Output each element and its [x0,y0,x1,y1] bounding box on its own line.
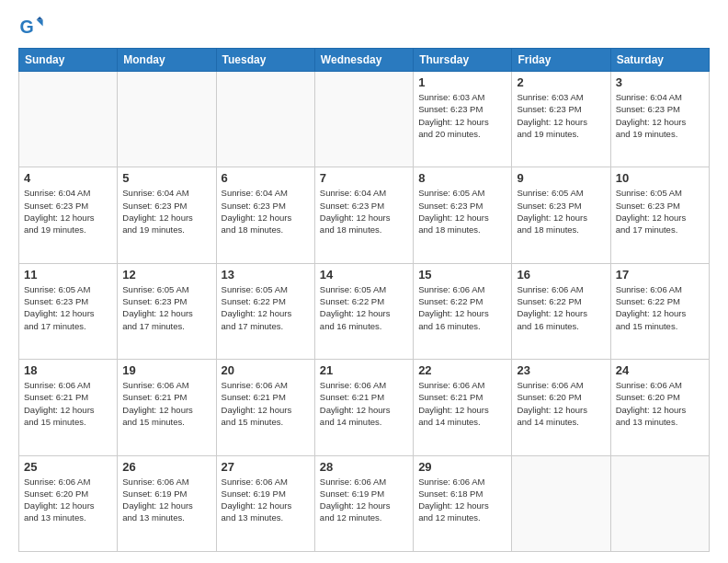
weekday-header-saturday: Saturday [610,49,709,72]
day-number: 29 [418,460,506,474]
calendar-day-25: 25Sunrise: 6:06 AM Sunset: 6:20 PM Dayli… [19,455,118,551]
day-number: 11 [24,268,112,282]
day-number: 27 [222,460,310,474]
day-info: Sunrise: 6:06 AM Sunset: 6:20 PM Dayligh… [24,476,112,524]
day-info: Sunrise: 6:06 AM Sunset: 6:22 PM Dayligh… [517,283,605,332]
day-info: Sunrise: 6:06 AM Sunset: 6:20 PM Dayligh… [517,379,605,428]
day-number: 17 [616,268,704,282]
calendar-day-7: 7Sunrise: 6:04 AM Sunset: 6:23 PM Daylig… [314,167,413,263]
weekday-header-wednesday: Wednesday [314,49,413,72]
day-number: 20 [222,363,310,377]
day-info: Sunrise: 6:05 AM Sunset: 6:23 PM Dayligh… [122,283,210,332]
day-info: Sunrise: 6:05 AM Sunset: 6:23 PM Dayligh… [418,187,506,236]
calendar-day-27: 27Sunrise: 6:06 AM Sunset: 6:19 PM Dayli… [216,455,314,551]
calendar-day-4: 4Sunrise: 6:04 AM Sunset: 6:23 PM Daylig… [19,167,118,263]
svg-marker-2 [37,17,43,20]
header: G [18,15,710,40]
calendar-day-11: 11Sunrise: 6:05 AM Sunset: 6:23 PM Dayli… [19,263,118,359]
calendar-day-21: 21Sunrise: 6:06 AM Sunset: 6:21 PM Dayli… [314,360,413,455]
calendar-day-14: 14Sunrise: 6:05 AM Sunset: 6:22 PM Dayli… [314,263,413,359]
calendar-day-23: 23Sunrise: 6:06 AM Sunset: 6:20 PM Dayli… [512,360,610,455]
calendar-week-3: 11Sunrise: 6:05 AM Sunset: 6:23 PM Dayli… [19,263,710,359]
day-info: Sunrise: 6:04 AM Sunset: 6:23 PM Dayligh… [24,187,112,236]
day-info: Sunrise: 6:06 AM Sunset: 6:19 PM Dayligh… [320,476,408,524]
day-info: Sunrise: 6:06 AM Sunset: 6:21 PM Dayligh… [418,379,506,428]
day-info: Sunrise: 6:06 AM Sunset: 6:20 PM Dayligh… [616,379,704,428]
calendar-day-15: 15Sunrise: 6:06 AM Sunset: 6:22 PM Dayli… [414,263,512,359]
calendar-day-9: 9Sunrise: 6:05 AM Sunset: 6:23 PM Daylig… [512,167,610,263]
calendar-empty [512,455,610,551]
day-number: 19 [122,363,210,377]
day-info: Sunrise: 6:03 AM Sunset: 6:23 PM Dayligh… [517,91,605,140]
day-info: Sunrise: 6:05 AM Sunset: 6:23 PM Dayligh… [616,187,704,236]
day-info: Sunrise: 6:06 AM Sunset: 6:21 PM Dayligh… [222,379,310,428]
calendar-day-12: 12Sunrise: 6:05 AM Sunset: 6:23 PM Dayli… [118,263,216,359]
day-number: 22 [418,363,506,377]
day-info: Sunrise: 6:06 AM Sunset: 6:19 PM Dayligh… [222,476,310,524]
calendar-table: SundayMondayTuesdayWednesdayThursdayFrid… [18,48,710,552]
calendar-day-2: 2Sunrise: 6:03 AM Sunset: 6:23 PM Daylig… [512,72,610,167]
day-number: 1 [418,75,506,89]
day-info: Sunrise: 6:04 AM Sunset: 6:23 PM Dayligh… [222,187,310,236]
day-number: 26 [122,460,210,474]
calendar-day-20: 20Sunrise: 6:06 AM Sunset: 6:21 PM Dayli… [216,360,314,455]
day-number: 21 [320,363,408,377]
day-number: 16 [517,268,605,282]
day-number: 10 [616,171,704,185]
calendar-day-19: 19Sunrise: 6:06 AM Sunset: 6:21 PM Dayli… [118,360,216,455]
day-info: Sunrise: 6:05 AM Sunset: 6:23 PM Dayligh… [517,187,605,236]
day-number: 24 [616,363,704,377]
calendar-day-6: 6Sunrise: 6:04 AM Sunset: 6:23 PM Daylig… [216,167,314,263]
weekday-header-row: SundayMondayTuesdayWednesdayThursdayFrid… [19,49,710,72]
day-info: Sunrise: 6:06 AM Sunset: 6:21 PM Dayligh… [122,379,210,428]
day-info: Sunrise: 6:05 AM Sunset: 6:22 PM Dayligh… [320,283,408,332]
calendar-empty [216,72,314,167]
day-number: 4 [24,171,112,185]
day-info: Sunrise: 6:06 AM Sunset: 6:22 PM Dayligh… [418,283,506,332]
calendar-day-10: 10Sunrise: 6:05 AM Sunset: 6:23 PM Dayli… [610,167,709,263]
calendar-day-26: 26Sunrise: 6:06 AM Sunset: 6:19 PM Dayli… [118,455,216,551]
day-number: 28 [320,460,408,474]
calendar-empty [314,72,413,167]
day-number: 5 [122,171,210,185]
day-info: Sunrise: 6:04 AM Sunset: 6:23 PM Dayligh… [122,187,210,236]
day-number: 6 [222,171,310,185]
day-info: Sunrise: 6:06 AM Sunset: 6:21 PM Dayligh… [24,379,112,428]
weekday-header-thursday: Thursday [414,49,512,72]
day-number: 18 [24,363,112,377]
day-info: Sunrise: 6:04 AM Sunset: 6:23 PM Dayligh… [616,91,704,140]
day-number: 2 [517,75,605,89]
weekday-header-tuesday: Tuesday [216,49,314,72]
weekday-header-sunday: Sunday [19,49,118,72]
day-info: Sunrise: 6:05 AM Sunset: 6:23 PM Dayligh… [24,283,112,332]
calendar-week-5: 25Sunrise: 6:06 AM Sunset: 6:20 PM Dayli… [19,455,710,551]
day-number: 14 [320,268,408,282]
calendar-week-1: 1Sunrise: 6:03 AM Sunset: 6:23 PM Daylig… [19,72,710,167]
day-number: 7 [320,171,408,185]
calendar-day-13: 13Sunrise: 6:05 AM Sunset: 6:22 PM Dayli… [216,263,314,359]
day-number: 8 [418,171,506,185]
day-number: 25 [24,460,112,474]
day-info: Sunrise: 6:04 AM Sunset: 6:23 PM Dayligh… [320,187,408,236]
day-info: Sunrise: 6:06 AM Sunset: 6:19 PM Dayligh… [122,476,210,524]
day-info: Sunrise: 6:06 AM Sunset: 6:18 PM Dayligh… [418,476,506,524]
day-number: 23 [517,363,605,377]
calendar-day-29: 29Sunrise: 6:06 AM Sunset: 6:18 PM Dayli… [414,455,512,551]
day-number: 15 [418,268,506,282]
calendar-day-16: 16Sunrise: 6:06 AM Sunset: 6:22 PM Dayli… [512,263,610,359]
calendar-day-1: 1Sunrise: 6:03 AM Sunset: 6:23 PM Daylig… [414,72,512,167]
logo-icon: G [18,15,44,40]
calendar-empty [19,72,118,167]
day-number: 12 [122,268,210,282]
calendar-week-4: 18Sunrise: 6:06 AM Sunset: 6:21 PM Dayli… [19,360,710,455]
day-info: Sunrise: 6:06 AM Sunset: 6:21 PM Dayligh… [320,379,408,428]
calendar-day-22: 22Sunrise: 6:06 AM Sunset: 6:21 PM Dayli… [414,360,512,455]
calendar-day-5: 5Sunrise: 6:04 AM Sunset: 6:23 PM Daylig… [118,167,216,263]
calendar-day-18: 18Sunrise: 6:06 AM Sunset: 6:21 PM Dayli… [19,360,118,455]
calendar-day-8: 8Sunrise: 6:05 AM Sunset: 6:23 PM Daylig… [414,167,512,263]
calendar-day-24: 24Sunrise: 6:06 AM Sunset: 6:20 PM Dayli… [610,360,709,455]
logo: G [18,15,48,40]
calendar-empty [118,72,216,167]
day-info: Sunrise: 6:03 AM Sunset: 6:23 PM Dayligh… [418,91,506,140]
calendar-day-28: 28Sunrise: 6:06 AM Sunset: 6:19 PM Dayli… [314,455,413,551]
